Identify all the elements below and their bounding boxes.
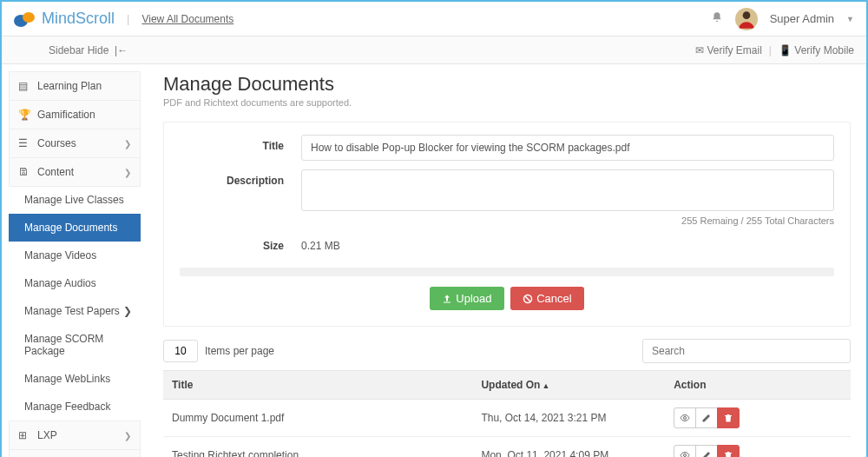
sidebar-item-videos[interactable]: Manage Videos <box>9 242 141 269</box>
size-value: 0.21 MB <box>301 235 834 252</box>
cancel-button[interactable]: Cancel <box>510 287 583 310</box>
sidebar-learning-plan[interactable]: ▤Learning Plan <box>9 71 141 101</box>
delete-button[interactable] <box>717 407 740 428</box>
second-bar: Sidebar Hide |← ✉ Verify Email | 📱 Verif… <box>2 36 866 64</box>
svg-line-3 <box>525 296 530 301</box>
upload-form: Title Description 255 Remaing / 255 Tota… <box>163 122 851 327</box>
sidebar-item-weblinks[interactable]: Manage WebLinks <box>9 365 141 393</box>
cell-updated: Mon, Oct 11, 2021 4:09 PM <box>472 437 665 458</box>
delete-button[interactable] <box>717 445 740 457</box>
bell-icon[interactable] <box>711 11 723 26</box>
brand-logo[interactable]: MindScroll <box>14 10 115 28</box>
items-per-page-input[interactable] <box>163 340 198 362</box>
description-textarea[interactable] <box>301 169 834 211</box>
book-icon: ▤ <box>18 80 30 92</box>
documents-table: Title Updated On▲ Action Dummy Document … <box>163 370 851 457</box>
col-title[interactable]: Title <box>163 371 472 400</box>
sidebar-hide-toggle[interactable]: Sidebar Hide |← <box>49 44 128 56</box>
sidebar-item-feedback[interactable]: Manage Feedback <box>9 393 141 421</box>
user-name[interactable]: Super Admin <box>770 12 834 25</box>
chevron-right-icon: ❯ <box>124 139 131 149</box>
cell-updated: Thu, Oct 14, 2021 3:21 PM <box>472 400 665 437</box>
col-action: Action <box>665 371 851 400</box>
cell-action <box>665 437 851 458</box>
top-bar: MindScroll | View All Documents Super Ad… <box>2 2 866 36</box>
chevron-right-icon: ❯ <box>124 168 131 177</box>
page-subtitle: PDF and Richtext documents are supported… <box>163 97 851 108</box>
logo-icon <box>14 10 36 28</box>
col-updated[interactable]: Updated On▲ <box>472 371 665 400</box>
cell-title: Testing Richtext completion <box>163 437 472 458</box>
sidebar-item-documents[interactable]: Manage Documents <box>9 214 141 242</box>
sidebar-item-test-papers[interactable]: Manage Test Papers❯ <box>9 297 141 325</box>
ban-icon <box>523 294 533 304</box>
chevron-right-icon: ❯ <box>123 305 132 317</box>
cell-title: Dummy Document 1.pdf <box>163 400 472 437</box>
upload-button[interactable]: Upload <box>430 287 503 310</box>
chevron-right-icon: ❯ <box>124 431 131 440</box>
size-label: Size <box>180 235 301 252</box>
view-all-link[interactable]: View All Documents <box>141 13 233 25</box>
progress-bar <box>180 268 834 276</box>
main-content: Manage Documents PDF and Richtext docume… <box>148 64 866 457</box>
sidebar-lxp[interactable]: ⊞LXP❯ <box>9 421 141 450</box>
table-row: Dummy Document 1.pdfThu, Oct 14, 2021 3:… <box>163 400 851 437</box>
divider: | <box>127 12 129 25</box>
sidebar-item-live-classes[interactable]: Manage Live Classes <box>9 186 141 214</box>
edit-button[interactable] <box>695 445 718 457</box>
sidebar-item-audios[interactable]: Manage Audios <box>9 269 141 297</box>
sidebar: ▤Learning Plan 🏆Gamification ☰Courses❯ 🖺… <box>2 64 148 457</box>
sidebar-courses[interactable]: ☰Courses❯ <box>9 129 141 158</box>
file-icon: 🖺 <box>18 166 30 178</box>
items-per-page-label: Items per page <box>205 345 274 357</box>
verify-mobile-link[interactable]: 📱 Verify Mobile <box>779 44 854 56</box>
view-button[interactable] <box>674 407 696 428</box>
sidebar-item-scorm[interactable]: Manage SCORM Package <box>9 325 141 365</box>
svg-point-4 <box>684 417 687 420</box>
view-button[interactable] <box>674 445 696 457</box>
svg-point-1 <box>23 12 35 23</box>
sidebar-users[interactable]: 👥Users❯ <box>9 449 141 457</box>
upload-icon <box>442 294 452 304</box>
sidebar-gamification[interactable]: 🏆Gamification <box>9 100 141 129</box>
search-input[interactable] <box>642 339 851 363</box>
char-count: 255 Remaing / 255 Total Characters <box>301 215 834 226</box>
brand-text: MindScroll <box>42 10 115 28</box>
description-label: Description <box>180 169 301 187</box>
page-title: Manage Documents <box>163 73 851 96</box>
sort-asc-icon: ▲ <box>542 381 549 390</box>
sidebar-content[interactable]: 🖺Content❯ <box>9 157 141 187</box>
edit-button[interactable] <box>695 407 718 428</box>
grid-icon: ⊞ <box>18 429 30 441</box>
svg-point-5 <box>684 454 687 457</box>
avatar[interactable] <box>735 8 758 30</box>
stack-icon: ☰ <box>18 137 30 149</box>
verify-email-link[interactable]: ✉ Verify Email <box>695 44 762 56</box>
trophy-icon: 🏆 <box>18 109 30 121</box>
cell-action <box>665 400 851 437</box>
title-input[interactable] <box>301 135 834 161</box>
table-row: Testing Richtext completionMon, Oct 11, … <box>163 437 851 458</box>
title-label: Title <box>180 135 301 152</box>
caret-down-icon[interactable]: ▼ <box>846 15 854 23</box>
